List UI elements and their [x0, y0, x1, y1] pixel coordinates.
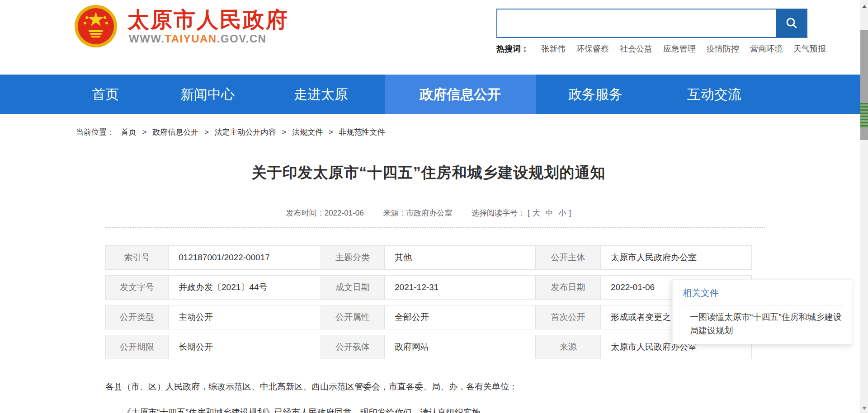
index-number-value: 012187001/2022-00017: [169, 245, 321, 270]
hot-keyword[interactable]: 张新伟: [541, 44, 566, 53]
doc-number-label: 发文字号: [105, 275, 169, 300]
main-nav: 首页 新闻中心 走进太原 政府信息公开 政务服务 互动交流: [0, 75, 868, 114]
hot-keyword[interactable]: 社会公益: [620, 44, 652, 53]
search-icon: [784, 16, 799, 31]
breadcrumb: 当前位置： 首页 > 政府信息公开 > 法定主动公开内容 > 法规文件 > 非规…: [76, 127, 385, 137]
breadcrumb-statutory-disclosure[interactable]: 法定主动公开内容: [215, 128, 276, 136]
nav-item-interaction[interactable]: 互动交流: [687, 75, 741, 114]
disclosure-type-value: 主动公开: [169, 305, 321, 329]
national-emblem-logo: [73, 4, 119, 49]
page-title: 关于印发太原市“十四五”住房和城乡建设规划的通知: [0, 163, 857, 183]
disclosure-carrier-value: 政府网站: [385, 335, 536, 359]
nav-item-news[interactable]: 新闻中心: [180, 75, 235, 114]
disclosure-attr-value: 全部公开: [385, 305, 536, 329]
disclosure-carrier-label: 公开载体: [321, 335, 385, 359]
hot-keyword[interactable]: 应急管理: [663, 44, 696, 53]
table-row: 公开期限 长期公开 公开载体 政府网站 来源 太原市人民政府办公室: [105, 335, 752, 359]
body-paragraph-salutation: 各县（市、区）人民政府，综改示范区、中北高新区、西山示范区管委会，市直各委、局、…: [105, 381, 518, 393]
hot-keyword[interactable]: 疫情防控: [707, 44, 739, 53]
table-row: 索引号 012187001/2022-00017 主题分类 其他 公开主体 太原…: [105, 245, 752, 270]
topic-category-value: 其他: [385, 245, 536, 270]
breadcrumb-separator: >: [142, 128, 146, 136]
breadcrumb-home[interactable]: 首页: [121, 128, 137, 136]
font-size-bracket: [: [528, 209, 530, 217]
written-date-value: 2021-12-31: [385, 275, 536, 300]
disclosure-period-label: 公开期限: [105, 335, 169, 359]
hot-search-row: 热搜词： 张新伟 环保督察 社会公益 应急管理 疫情防控 营商环境 天气预报: [496, 43, 835, 54]
document-info-table: 索引号 012187001/2022-00017 主题分类 其他 公开主体 太原…: [105, 240, 752, 365]
breadcrumb-separator: >: [204, 128, 209, 136]
font-size-large[interactable]: 大: [533, 209, 540, 217]
search-bar: [496, 9, 807, 38]
disclosure-period-value: 长期公开: [169, 335, 321, 359]
popup-dashed-divider: [683, 305, 844, 305]
page: 太原市人民政府 WWW.TAIYUAN.GOV.CN 热搜词： 张新伟 环保督察…: [0, 0, 868, 413]
disclosure-attr-label: 公开属性: [321, 305, 385, 329]
related-files-title: 相关文件: [683, 287, 852, 299]
nav-item-gov-info-active[interactable]: 政府信息公开: [385, 75, 536, 114]
publish-date-label-cell: 发布日期: [536, 275, 601, 300]
source-value: 市政府办公室: [406, 209, 452, 217]
down-arrow-icon: [862, 407, 867, 410]
font-size-bracket: ]: [569, 209, 571, 217]
disclosure-body-label: 公开主体: [536, 245, 601, 270]
disclosure-body-value: 太原市人民政府办公室: [601, 245, 752, 270]
publish-date-label: 发布时间：: [286, 209, 325, 217]
table-row: 公开类型 主动公开 公开属性 全部公开 首次公开 形成或者变更之日: [105, 305, 752, 329]
scrollbar-grip-marker: [860, 103, 868, 128]
breadcrumb-label: 当前位置：: [76, 128, 114, 136]
breadcrumb-non-normative[interactable]: 非规范性文件: [339, 128, 385, 136]
scrollbar-thumb[interactable]: [860, 30, 868, 140]
dashed-divider: [105, 227, 765, 228]
site-url: WWW.TAIYUAN.GOV.CN: [129, 33, 266, 45]
source-label: 来源：: [383, 209, 406, 217]
doc-number-value: 并政办发〔2021〕44号: [169, 275, 321, 300]
breadcrumb-separator: >: [282, 128, 286, 136]
hot-keyword[interactable]: 环保督察: [576, 44, 609, 53]
vertical-scrollbar: [860, 0, 868, 413]
font-size-label: 选择阅读字号：: [472, 209, 525, 217]
related-file-link[interactable]: 一图读懂太原市“十四五”住房和城乡建设局建设规划: [690, 310, 844, 338]
hot-search-label: 热搜词：: [496, 44, 529, 53]
scrollbar-down-arrow[interactable]: [860, 404, 868, 412]
site-header: 太原市人民政府 WWW.TAIYUAN.GOV.CN 热搜词： 张新伟 环保督察…: [0, 0, 868, 75]
up-arrow-icon: [862, 5, 867, 8]
breadcrumb-separator: >: [329, 128, 333, 136]
breadcrumb-regulations[interactable]: 法规文件: [292, 128, 323, 136]
first-disclosure-label: 首次公开: [536, 305, 601, 329]
article-meta: 发布时间：2022-01-06 来源：市政府办公室 选择阅读字号： [大中小]: [0, 208, 857, 218]
nav-item-home[interactable]: 首页: [92, 75, 119, 114]
topic-category-label: 主题分类: [321, 245, 385, 270]
search-input[interactable]: [497, 9, 776, 37]
body-paragraph-intro: 《太原市“十四五”住房和城乡建设规划》已经市人民政府同意，现印发给你们，请认真组…: [123, 407, 489, 413]
table-row: 发文字号 并政办发〔2021〕44号 成文日期 2021-12-31 发布日期 …: [105, 275, 752, 300]
nav-item-about[interactable]: 走进太原: [294, 75, 348, 114]
hot-keyword[interactable]: 天气预报: [793, 44, 826, 53]
index-number-label: 索引号: [105, 245, 169, 270]
hot-keyword[interactable]: 营商环境: [750, 44, 783, 53]
search-button[interactable]: [776, 9, 807, 37]
breadcrumb-gov-info[interactable]: 政府信息公开: [152, 128, 198, 136]
site-title: 太原市人民政府: [127, 5, 289, 34]
scrollbar-up-arrow[interactable]: [860, 3, 868, 10]
related-files-popup: 相关文件 一图读懂太原市“十四五”住房和城乡建设局建设规划: [672, 279, 852, 344]
font-size-small[interactable]: 小: [559, 209, 566, 217]
written-date-label: 成文日期: [321, 275, 385, 300]
publish-date: 2022-01-06: [325, 209, 364, 217]
disclosure-type-label: 公开类型: [105, 305, 169, 329]
nav-item-services[interactable]: 政务服务: [568, 75, 623, 114]
font-size-medium[interactable]: 中: [546, 209, 553, 217]
origin-label: 来源: [536, 335, 601, 359]
